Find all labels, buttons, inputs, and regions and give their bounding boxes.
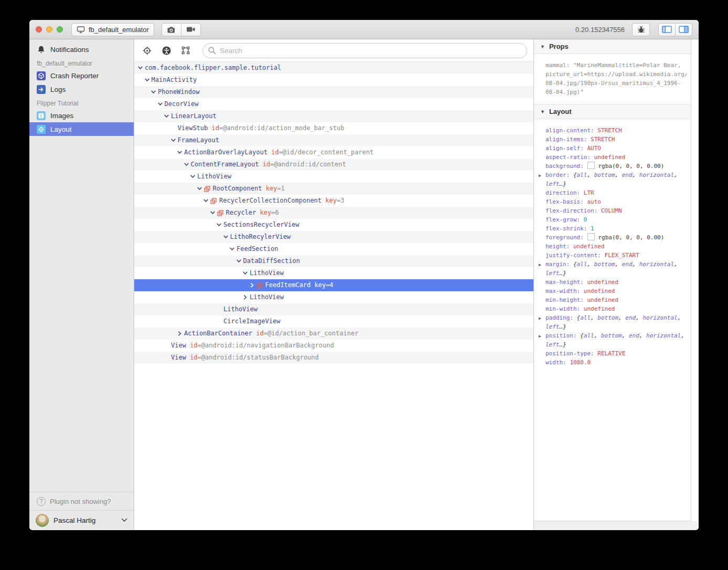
property-value[interactable]: undefined xyxy=(573,243,605,250)
chevron-down-icon[interactable] xyxy=(164,113,171,119)
bug-report-button[interactable] xyxy=(632,23,650,36)
chevron-down-icon[interactable] xyxy=(190,174,197,180)
property-value[interactable]: RELATIVE xyxy=(597,350,625,357)
tree-row-com-facebook-flipper-sample-tutorial[interactable]: com.facebook.flipper.sample.tutorial xyxy=(134,62,533,74)
chevron-right-icon[interactable] xyxy=(249,282,256,288)
tree-row-phonewindow[interactable]: PhoneWindow xyxy=(134,86,533,98)
tree-row-feedsection[interactable]: FeedSection xyxy=(134,243,533,255)
zoom-button[interactable] xyxy=(57,26,63,33)
chevron-right-icon[interactable] xyxy=(177,331,184,336)
tree-row-lithoview[interactable]: LithoView xyxy=(134,171,533,183)
inspector-panel: ▼Propsmammal: "MarineMammal(title=Polar … xyxy=(533,39,699,530)
screenshot-button[interactable] xyxy=(162,23,181,36)
property-value[interactable]: undefined xyxy=(594,154,626,161)
property-value[interactable]: undefined xyxy=(587,297,618,303)
tree-row-framelayout[interactable]: FrameLayout xyxy=(134,134,533,146)
plugin-help-row[interactable]: ? Plugin not showing? xyxy=(29,492,134,510)
chevron-down-icon[interactable] xyxy=(242,270,250,276)
close-button[interactable] xyxy=(36,26,42,33)
prop-value-line[interactable]: mammal: "MarineMammal(title=Polar Bear, xyxy=(545,61,687,70)
expand-arrow-icon[interactable]: ▶ xyxy=(539,332,541,341)
chevron-down-icon[interactable] xyxy=(151,89,158,95)
tree-row-feeditemcard[interactable]: FeedItemCard key=4 xyxy=(134,279,533,291)
user-row[interactable]: Pascal Hartig xyxy=(29,510,134,530)
hierarchy-icon[interactable] xyxy=(181,46,190,55)
property-value[interactable]: auto xyxy=(587,198,601,205)
chevron-down-icon[interactable] xyxy=(121,518,127,522)
property-value[interactable]: 1 xyxy=(591,225,594,232)
property-value[interactable]: rgba(0, 0, 0, 0.00) xyxy=(598,163,664,170)
section-collapse-icon[interactable]: ▼ xyxy=(540,44,545,49)
tree-row-decorview[interactable]: DecorView xyxy=(134,98,533,110)
tree-row-actionbarcontainer[interactable]: ActionBarContainer id=@id/action_bar_con… xyxy=(134,328,533,340)
expand-arrow-icon[interactable]: ▶ xyxy=(539,260,541,269)
section-header-layout[interactable]: ▼Layout xyxy=(534,104,691,119)
expand-arrow-icon[interactable]: ▶ xyxy=(539,171,541,180)
tree-row-sectionsrecyclerview[interactable]: SectionsRecyclerView xyxy=(134,219,533,231)
property-value[interactable]: rgba(0, 0, 0, 0.00) xyxy=(598,234,664,241)
section-header-props[interactable]: ▼Props xyxy=(534,39,691,54)
chevron-down-icon[interactable] xyxy=(144,77,152,83)
target-icon[interactable] xyxy=(143,46,152,55)
tree-row-rootcomponent[interactable]: RootComponent key=1 xyxy=(134,183,533,195)
tree-row-linearlayout[interactable]: LinearLayout xyxy=(134,110,533,122)
tree-row-view[interactable]: View id=@android:id/navigationBarBackgro… xyxy=(134,340,533,352)
toggle-right-sidebar-button[interactable] xyxy=(675,23,692,36)
tree-row-mainactivity[interactable]: MainActivity xyxy=(134,74,533,86)
chevron-down-icon[interactable] xyxy=(216,222,223,228)
tree-row-view[interactable]: View id=@android:id/statusBarBackground xyxy=(134,352,533,364)
property-value[interactable]: COLUMN xyxy=(601,207,622,214)
property-value[interactable]: undefined xyxy=(584,305,615,312)
device-tab[interactable]: fb_default_emulator xyxy=(71,23,154,36)
tree-row-viewstub[interactable]: ViewStub id=@android:id/action_mode_bar_… xyxy=(134,122,533,134)
chevron-down-icon[interactable] xyxy=(203,198,210,204)
chevron-down-icon[interactable] xyxy=(170,138,178,143)
chevron-down-icon[interactable] xyxy=(157,101,165,107)
prop-value-line[interactable]: 08-04.jpg)" xyxy=(545,88,687,97)
chevron-down-icon[interactable] xyxy=(210,210,217,216)
section-collapse-icon[interactable]: ▼ xyxy=(540,109,545,114)
tree-row-lithoview[interactable]: LithoView xyxy=(134,267,533,279)
property-value[interactable]: STRETCH xyxy=(597,127,622,134)
property-value[interactable]: FLEX_START xyxy=(605,252,639,259)
chevron-right-icon[interactable] xyxy=(242,294,250,300)
accessibility-icon[interactable] xyxy=(162,46,171,55)
tree-row-lithorecylerview[interactable]: LithoRecylerView xyxy=(134,231,533,243)
toggle-left-sidebar-button[interactable] xyxy=(658,23,676,36)
chevron-down-icon[interactable] xyxy=(197,186,204,192)
chevron-down-icon[interactable] xyxy=(223,234,230,240)
sidebar-item-crash-reporter[interactable]: Crash Reporter xyxy=(29,69,134,82)
tree-row-datadiffsection[interactable]: DataDiffSection xyxy=(134,255,533,267)
expand-arrow-icon[interactable]: ▶ xyxy=(539,314,541,323)
prop-value-line[interactable]: picture_url=https://upload.wikimedia.org… xyxy=(545,70,687,79)
chevron-down-icon[interactable] xyxy=(229,246,237,252)
property-value[interactable]: undefined xyxy=(587,279,618,286)
property-value[interactable]: STRETCH xyxy=(591,136,615,143)
color-swatch[interactable] xyxy=(587,162,595,169)
property-value[interactable]: 1080.0 xyxy=(570,359,591,366)
chevron-down-icon[interactable] xyxy=(177,150,184,155)
tree-row-lithoview[interactable]: LithoView xyxy=(134,291,533,303)
search-input[interactable] xyxy=(202,43,527,58)
minimize-button[interactable] xyxy=(46,26,52,33)
sidebar-item-images[interactable]: Images xyxy=(29,109,134,122)
property-value[interactable]: undefined xyxy=(584,288,615,294)
tree-row-lithoview[interactable]: LithoView xyxy=(134,303,533,315)
tree-row-contentframelayout[interactable]: ContentFrameLayout id=@android:id/conten… xyxy=(134,159,533,171)
prop-value-line[interactable]: 08-04.jpg/190px-Ursus_maritimus_4_1996- xyxy=(545,79,687,88)
tree-row-circleimageview[interactable]: CircleImageView xyxy=(134,315,533,328)
tree-row-recyclercollectioncomponent[interactable]: RecyclerCollectionComponent key=3 xyxy=(134,195,533,207)
color-swatch[interactable] xyxy=(587,233,595,240)
sidebar-item-notifications[interactable]: Notifications xyxy=(29,43,134,56)
chevron-down-icon[interactable] xyxy=(236,258,243,264)
sidebar-item-logs[interactable]: Logs xyxy=(29,82,134,96)
property-value[interactable]: LTR xyxy=(584,189,594,196)
property-value[interactable]: 0 xyxy=(584,216,587,223)
property-value[interactable]: AUTO xyxy=(587,145,601,152)
sidebar-item-layout[interactable]: Layout xyxy=(29,122,134,136)
tree-row-recycler[interactable]: Recycler key=6 xyxy=(134,207,533,219)
record-button[interactable] xyxy=(181,23,201,36)
chevron-down-icon[interactable] xyxy=(184,162,191,167)
tree-row-actionbaroverlaylayout[interactable]: ActionBarOverlayLayout id=@id/decor_cont… xyxy=(134,146,533,159)
chevron-down-icon[interactable] xyxy=(137,65,145,71)
